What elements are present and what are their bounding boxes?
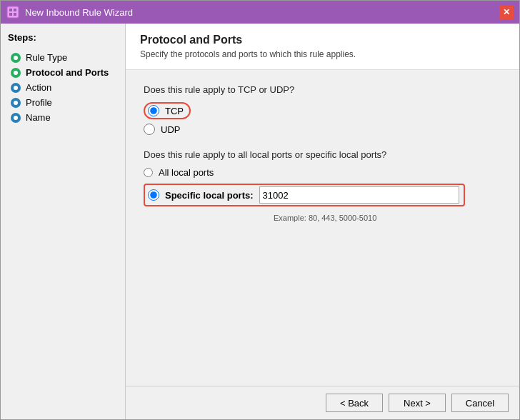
- tcp-udp-question: Does this rule apply to TCP or UDP?: [144, 84, 501, 95]
- step-label-protocol-ports: Protocol and Ports: [26, 67, 109, 78]
- steps-header: Steps:: [8, 32, 118, 43]
- sidebar-item-rule-type[interactable]: Rule Type: [8, 50, 118, 65]
- specific-ports-radio-item: Specific local ports:: [144, 184, 501, 206]
- right-panel: Protocol and Ports Specify the protocols…: [126, 24, 519, 419]
- udp-label: UDP: [161, 124, 180, 135]
- all-ports-radio[interactable]: [144, 168, 153, 177]
- footer: < Back Next > Cancel: [126, 386, 519, 419]
- step-label-profile: Profile: [26, 97, 52, 108]
- step-label-action: Action: [26, 82, 51, 93]
- ports-example: Example: 80, 443, 5000-5010: [274, 214, 376, 222]
- udp-radio-item: UDP: [144, 124, 501, 135]
- tcp-radio[interactable]: [148, 105, 159, 116]
- all-ports-radio-item: All local ports: [144, 167, 501, 178]
- left-panel: Steps: Rule Type Protocol and Ports: [1, 24, 126, 419]
- step-label-name: Name: [26, 112, 51, 123]
- specific-ports-label: Specific local ports:: [165, 190, 254, 201]
- svg-rect-0: [7, 6, 19, 18]
- tcp-radio-wrapper: TCP: [144, 102, 191, 119]
- page-subtitle: Specify the protocols and ports to which…: [140, 49, 505, 59]
- content-area: Steps: Rule Type Protocol and Ports: [1, 24, 519, 419]
- step-dot-profile: [11, 98, 21, 108]
- tcp-label: TCP: [165, 106, 184, 116]
- close-button[interactable]: ✕: [499, 5, 514, 19]
- port-radio-group: All local ports Specific local ports:: [144, 167, 501, 223]
- specific-ports-radio[interactable]: [148, 189, 159, 201]
- svg-rect-3: [9, 13, 12, 16]
- page-header: Protocol and Ports Specify the protocols…: [126, 24, 519, 70]
- ports-example-wrapper: Example: 80, 443, 5000-5010: [272, 212, 501, 223]
- window-title: New Inbound Rule Wizard: [25, 7, 133, 18]
- main-content: Does this rule apply to TCP or UDP? TCP …: [126, 70, 519, 386]
- step-label-rule-type: Rule Type: [26, 52, 67, 63]
- main-window: New Inbound Rule Wizard ✕ Steps: Rule Ty…: [0, 0, 520, 420]
- tcp-radio-item: TCP: [144, 102, 501, 119]
- sidebar-item-protocol-ports[interactable]: Protocol and Ports: [8, 65, 118, 80]
- all-ports-label: All local ports: [159, 167, 214, 178]
- page-title: Protocol and Ports: [140, 34, 505, 46]
- local-ports-question: Does this rule apply to all local ports …: [144, 149, 501, 160]
- cancel-button[interactable]: Cancel: [451, 394, 509, 412]
- step-dot-rule-type: [11, 53, 21, 63]
- tcp-udp-radio-group: TCP UDP: [144, 102, 501, 135]
- title-bar: New Inbound Rule Wizard ✕: [1, 1, 519, 24]
- sidebar-item-name[interactable]: Name: [8, 110, 118, 125]
- back-button[interactable]: < Back: [326, 394, 383, 412]
- sidebar-item-profile[interactable]: Profile: [8, 95, 118, 110]
- window-icon: [6, 6, 19, 19]
- svg-rect-1: [9, 9, 12, 11]
- svg-rect-4: [14, 13, 16, 16]
- title-bar-left: New Inbound Rule Wizard: [6, 6, 133, 19]
- sidebar-item-action[interactable]: Action: [8, 80, 118, 95]
- udp-radio[interactable]: [144, 124, 155, 135]
- specific-ports-wrapper: Specific local ports:: [144, 184, 465, 206]
- step-dot-protocol-ports: [11, 68, 21, 78]
- step-dot-name: [11, 113, 21, 123]
- ports-input-group: [259, 186, 459, 204]
- next-button[interactable]: Next >: [389, 394, 446, 412]
- ports-input[interactable]: [259, 186, 459, 204]
- svg-rect-2: [14, 9, 16, 11]
- step-dot-action: [11, 83, 21, 93]
